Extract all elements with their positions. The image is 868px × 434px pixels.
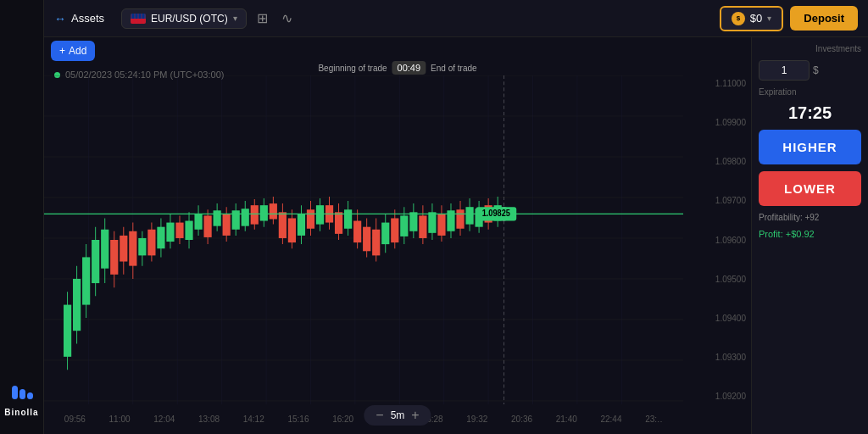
add-asset-button[interactable]: + Add <box>51 41 95 61</box>
svg-rect-106 <box>437 214 445 236</box>
main-area: ↔ Assets EUR/USD (OTC) ▾ ⊞ ∿ $ $0 ▾ Depo… <box>44 0 868 434</box>
trade-panel: Investments $ Expiration 17:25 HIGHER LO… <box>751 37 868 434</box>
time-tick: 13:08 <box>198 415 220 424</box>
svg-rect-60 <box>223 214 231 236</box>
svg-rect-30 <box>82 257 90 304</box>
svg-text:1.09825: 1.09825 <box>482 209 511 219</box>
investments-label: Investments <box>759 44 861 53</box>
svg-rect-1 <box>19 389 25 399</box>
profitability-row: Profitability: +92 <box>759 213 861 222</box>
svg-rect-28 <box>73 279 81 331</box>
chart-svg: 1.09825 <box>44 75 683 404</box>
svg-rect-56 <box>204 215 212 237</box>
svg-rect-112 <box>465 207 473 224</box>
price-tick: 1.09700 <box>688 196 746 205</box>
price-tick: 1.11000 <box>688 79 746 88</box>
asset-name: EUR/USD (OTC) <box>151 13 228 25</box>
candlestick-chart-icon[interactable]: ⊞ <box>253 7 271 30</box>
zoom-controls: − 5m + <box>364 405 431 426</box>
svg-rect-76 <box>298 214 305 236</box>
svg-rect-38 <box>120 236 127 262</box>
svg-rect-104 <box>428 212 436 233</box>
profit-label: Profit: +$0.92 <box>759 229 861 239</box>
svg-rect-90 <box>363 227 370 252</box>
svg-rect-98 <box>400 215 408 236</box>
topbar: ↔ Assets EUR/USD (OTC) ▾ ⊞ ∿ $ $0 ▾ Depo… <box>44 0 868 37</box>
asset-selector[interactable]: EUR/USD (OTC) ▾ <box>121 8 247 29</box>
time-tick: 23:‥ <box>645 415 663 424</box>
candlestick-chart: 1.09825 <box>44 75 683 404</box>
balance-chevron-icon: ▾ <box>767 14 771 23</box>
svg-rect-70 <box>270 203 277 219</box>
balance-amount: $0 <box>750 12 762 25</box>
higher-button[interactable]: HIGHER <box>759 130 861 164</box>
topbar-right: $ $0 ▾ Deposit <box>720 6 858 31</box>
zoom-level: 5m <box>391 409 405 421</box>
price-tick: 1.09200 <box>688 392 746 401</box>
price-tick: 1.09600 <box>688 236 746 245</box>
svg-rect-88 <box>353 221 361 243</box>
time-axis: 09:56 11:00 12:04 13:08 14:12 15:16 16:2… <box>44 404 683 434</box>
assets-panel: ↔ Assets <box>54 12 104 25</box>
eur-usd-flag <box>131 14 146 24</box>
assets-label: Assets <box>71 12 104 25</box>
lower-button[interactable]: LOWER <box>759 171 861 206</box>
svg-rect-26 <box>64 305 71 357</box>
chart-area: + Add 05/02/2023 05:24:10 PM (UTC+03:00)… <box>44 37 751 434</box>
price-tick: 1.09800 <box>688 157 746 166</box>
svg-rect-48 <box>166 223 174 242</box>
svg-rect-2 <box>27 392 33 399</box>
investment-input[interactable] <box>759 60 810 81</box>
svg-rect-78 <box>307 209 314 228</box>
zoom-out-button[interactable]: − <box>376 409 383 422</box>
price-tick: 1.09300 <box>688 353 746 362</box>
currency-label: $ <box>813 64 819 76</box>
time-tick: 21:40 <box>556 415 577 424</box>
svg-rect-54 <box>194 214 202 229</box>
deposit-button[interactable]: Deposit <box>790 6 858 31</box>
price-tick: 1.09900 <box>688 118 746 127</box>
svg-rect-92 <box>372 230 380 256</box>
svg-rect-42 <box>138 238 146 255</box>
svg-rect-74 <box>288 218 296 242</box>
add-label: Add <box>69 45 86 57</box>
svg-rect-86 <box>344 209 352 228</box>
svg-rect-36 <box>110 240 118 275</box>
sidebar: Binolla <box>0 0 44 434</box>
time-tick: 20:36 <box>511 415 532 424</box>
svg-rect-80 <box>316 205 324 224</box>
svg-rect-46 <box>157 227 164 249</box>
svg-rect-110 <box>456 209 464 228</box>
svg-rect-64 <box>242 209 249 225</box>
chevron-down-icon: ▾ <box>233 14 237 23</box>
chart-and-panel: + Add 05/02/2023 05:24:10 PM (UTC+03:00)… <box>44 37 868 434</box>
time-tick: 11:00 <box>109 415 131 424</box>
time-tick: 22:44 <box>600 415 621 424</box>
time-tick: 15:16 <box>287 415 309 424</box>
svg-rect-34 <box>101 230 108 269</box>
svg-rect-66 <box>251 205 259 224</box>
zoom-in-button[interactable]: + <box>411 409 419 422</box>
time-tick: 16:20 <box>332 415 353 424</box>
svg-rect-72 <box>279 212 287 238</box>
balance-button[interactable]: $ $0 ▾ <box>720 6 783 31</box>
svg-rect-102 <box>419 215 426 238</box>
expiration-label: Expiration <box>759 87 861 97</box>
svg-rect-44 <box>147 230 155 256</box>
svg-rect-32 <box>92 240 99 283</box>
arrow-icon: ↔ <box>54 12 66 25</box>
price-tick: 1.09400 <box>688 314 746 323</box>
price-tick: 1.09500 <box>688 275 746 284</box>
svg-rect-84 <box>335 212 342 234</box>
app-container: Binolla ↔ Assets EUR/USD (OTC) ▾ ⊞ ∿ $ $ <box>0 0 868 434</box>
binolla-logo-text: Binolla <box>4 408 38 417</box>
indicator-icon[interactable]: ∿ <box>278 7 296 30</box>
svg-rect-68 <box>260 205 268 220</box>
investment-input-row: $ <box>759 60 861 81</box>
expiry-value: 17:25 <box>759 103 861 123</box>
binolla-logo-icon <box>10 381 34 404</box>
svg-rect-62 <box>232 210 240 229</box>
svg-rect-52 <box>185 221 192 240</box>
time-tick: 19:32 <box>466 415 487 424</box>
svg-rect-100 <box>409 212 417 231</box>
